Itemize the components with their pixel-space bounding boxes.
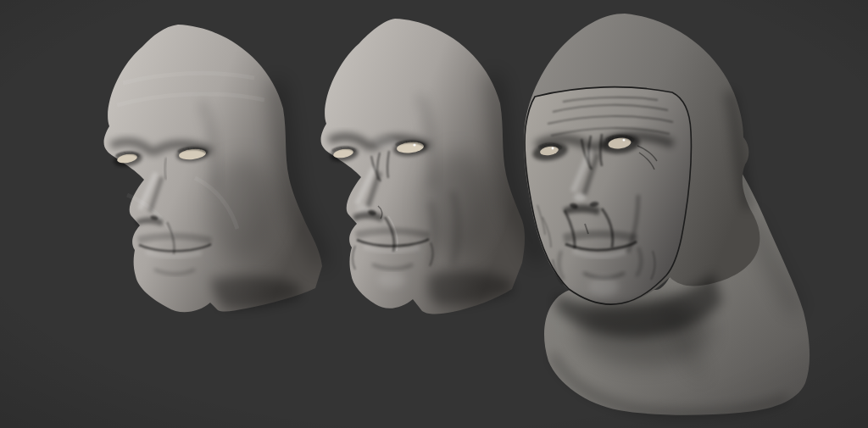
sculpt-render-viewport[interactable] (0, 0, 868, 428)
vignette-overlay (0, 0, 868, 428)
render-canvas (0, 0, 868, 428)
